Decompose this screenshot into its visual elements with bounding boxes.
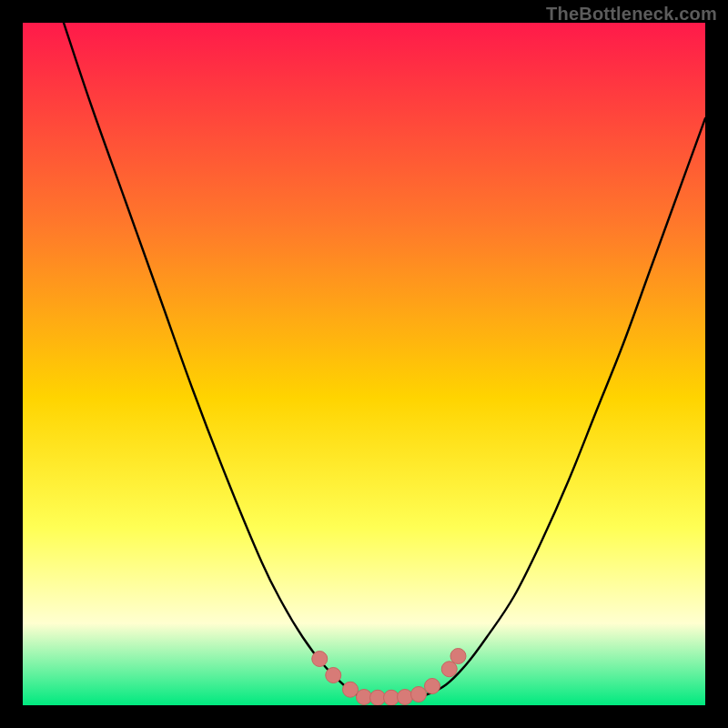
curve-marker	[357, 690, 372, 705]
curve-marker	[441, 662, 457, 677]
curve-marker	[450, 649, 466, 664]
chart-frame: TheBottleneck.com	[0, 0, 728, 728]
curve-marker	[384, 690, 399, 705]
curve-marker	[312, 652, 328, 667]
bottleneck-chart	[23, 23, 705, 705]
curve-marker	[326, 668, 341, 683]
curve-marker	[425, 679, 440, 694]
curve-marker	[398, 690, 413, 705]
watermark-label: TheBottleneck.com	[546, 4, 717, 25]
curve-marker	[411, 687, 427, 703]
curve-marker	[343, 682, 359, 697]
gradient-background	[23, 23, 705, 705]
curve-marker	[370, 690, 386, 705]
plot-area	[23, 23, 705, 705]
